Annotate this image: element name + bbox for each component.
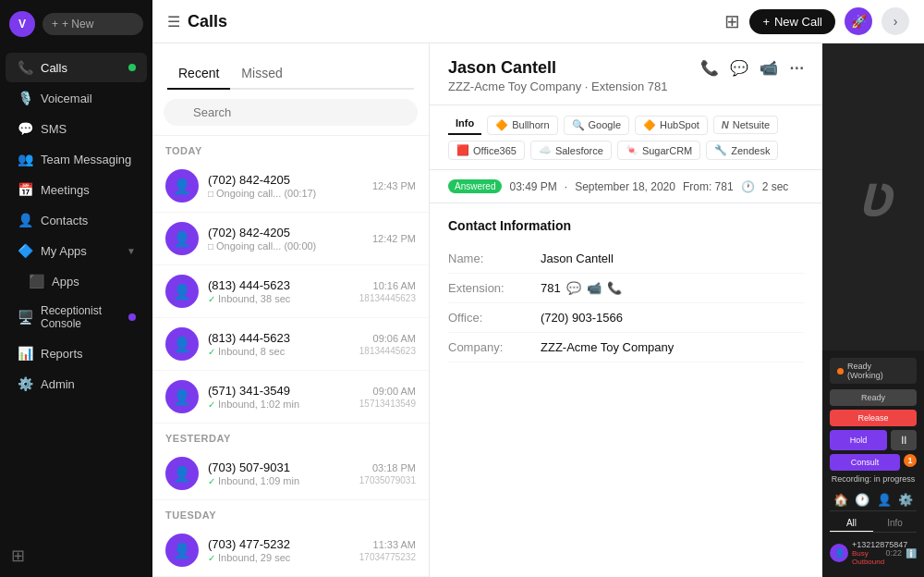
integration-zendesk[interactable]: 🔧 Zendesk — [706, 141, 778, 160]
sidebar-item-team-messaging[interactable]: 👥 Team Messaging — [6, 144, 147, 174]
phone-action-icon[interactable]: 📞 — [700, 59, 719, 77]
video-icon-ext[interactable]: 📹 — [587, 281, 602, 295]
section-label-today: TODAY — [152, 136, 429, 160]
call-item[interactable]: 👤 (571) 341-3549 ✓ Inbound, 1:02 min 09:… — [152, 371, 429, 424]
video-action-icon[interactable]: 📹 — [760, 59, 778, 77]
info-row-extension: Extension: 781 💬 📹 📞 — [448, 274, 804, 303]
calls-icon: 📞 — [17, 60, 33, 75]
release-button[interactable]: Release — [830, 410, 917, 426]
chat-icon-ext[interactable]: 💬 — [566, 281, 581, 295]
phone-buttons-row2: Release — [830, 410, 917, 426]
call-entry-avatar: 👤 — [830, 544, 848, 562]
apps-icon: ⬛ — [28, 274, 44, 288]
info-icon[interactable]: ℹ️ — [906, 548, 917, 559]
integration-hubspot[interactable]: 🔶 HubSpot — [635, 116, 708, 135]
rocket-icon: 🚀 — [851, 14, 867, 29]
sidebar: V + + New 📞 Calls 🎙️ Voicemail 💬 SMS 👥 T… — [0, 0, 152, 577]
phone-tab-all[interactable]: All — [830, 515, 873, 532]
contacts-nav-icon[interactable]: 👤 — [877, 493, 892, 507]
sidebar-item-my-apps[interactable]: 🔷 My Apps ▼ — [6, 236, 147, 265]
recording-label: Recording: in progress — [830, 474, 917, 484]
consult-badge: 1 — [904, 454, 917, 467]
call-item[interactable]: 👤 (702) 842-4205 □ Ongoing call... (00:1… — [152, 160, 429, 213]
integration-office365[interactable]: 🟥 Office365 — [448, 141, 525, 160]
search-input[interactable] — [164, 99, 418, 126]
call-item[interactable]: 👤 (703) 507-9031 ✓ Inbound, 1:09 min 03:… — [152, 448, 429, 500]
call-info: (813) 444-5623 ✓ Inbound, 8 sec — [208, 331, 350, 357]
integration-netsuite[interactable]: N Netsuite — [713, 116, 778, 134]
chevron-down-icon: ▼ — [127, 246, 136, 256]
avatar: 👤 — [165, 222, 199, 255]
avatar: 👤 — [165, 327, 199, 361]
hold-button[interactable]: Hold — [830, 430, 887, 450]
call-info: (702) 842-4205 □ Ongoing call... (00:00) — [208, 226, 363, 252]
call-duration: 2 sec — [762, 180, 789, 193]
info-row-company: Company: ZZZ-Acme Toy Company — [448, 333, 804, 362]
call-date: September 18, 2020 — [575, 180, 675, 193]
avatar: 👤 — [165, 275, 199, 308]
sidebar-item-calls[interactable]: 📞 Calls — [6, 53, 147, 82]
reports-icon: 📊 — [17, 346, 33, 361]
sidebar-item-voicemail[interactable]: 🎙️ Voicemail — [6, 83, 147, 113]
integration-google[interactable]: 🔍 Google — [564, 116, 629, 135]
home-icon[interactable]: 🏠 — [833, 493, 848, 507]
sidebar-item-sms[interactable]: 💬 SMS — [6, 114, 147, 143]
apps-grid-icon[interactable]: ⊞ — [11, 546, 141, 566]
call-item[interactable]: 👤 (702) 842-4205 □ Ongoing call... (00:0… — [152, 213, 429, 265]
section-label-tuesday: TUESDAY — [152, 500, 429, 524]
sidebar-item-reports[interactable]: 📊 Reports — [6, 338, 147, 368]
grid-view-button[interactable]: ⊞ — [724, 10, 740, 32]
phone-icon-ext[interactable]: 📞 — [607, 281, 622, 295]
phone-buttons-row3: Hold ⏸ — [830, 430, 917, 450]
sidebar-item-meetings[interactable]: 📅 Meetings — [6, 175, 147, 204]
call-item[interactable]: 👤 (703) 477-5232 ✓ Inbound, 29 sec 11:33… — [152, 524, 429, 577]
integration-salesforce[interactable]: ☁️ Salesforce — [530, 141, 612, 160]
menu-icon: ☰ — [167, 14, 180, 30]
meetings-icon: 📅 — [17, 182, 33, 197]
chat-action-icon[interactable]: 💬 — [730, 59, 748, 77]
pause-button[interactable]: ⏸ — [891, 430, 917, 450]
call-info: (813) 444-5623 ✓ Inbound, 38 sec — [208, 278, 350, 304]
phone-widget-logo-area: ʋ — [822, 43, 924, 350]
call-item[interactable]: 👤 (813) 444-5623 ✓ Inbound, 8 sec 09:06 … — [152, 318, 429, 371]
sidebar-item-contacts[interactable]: 👤 Contacts — [6, 205, 147, 235]
sidebar-item-apps[interactable]: ⬛ Apps — [6, 266, 147, 296]
call-info: (702) 842-4205 □ Ongoing call... (00:17) — [208, 173, 363, 199]
consult-button[interactable]: Consult — [830, 454, 900, 471]
chevron-right-button[interactable]: › — [881, 7, 909, 35]
rocket-button[interactable]: 🚀 — [845, 7, 872, 35]
integration-sugarcrm[interactable]: 🍬 SugarCRM — [617, 141, 700, 160]
call-info: (703) 477-5232 ✓ Inbound, 29 sec — [208, 537, 350, 563]
contact-name: Jason Cantell — [448, 58, 556, 78]
call-list-panel: Recent Missed 🔍 TODAY 👤 (702) 842-4205 □ — [152, 43, 430, 577]
settings-nav-icon[interactable]: ⚙️ — [898, 493, 913, 507]
integrations-row: Info 🔶 Bullhorn 🔍 Google 🔶 HubSpot N Net… — [430, 105, 822, 170]
page-title: Calls — [188, 12, 227, 31]
contact-subtitle: ZZZ-Acme Toy Company · Extension 781 — [448, 80, 804, 93]
tab-missed[interactable]: Missed — [230, 58, 293, 90]
integration-bullhorn[interactable]: 🔶 Bullhorn — [487, 116, 557, 135]
receptionist-console-dot — [128, 313, 136, 321]
tab-recent[interactable]: Recent — [167, 58, 230, 90]
new-call-button[interactable]: + New Call — [749, 9, 835, 34]
new-button[interactable]: + + New — [43, 13, 143, 35]
call-info: (703) 507-9031 ✓ Inbound, 1:09 min — [208, 460, 350, 486]
sidebar-item-receptionist-console[interactable]: 🖥️ Receptionist Console — [6, 297, 147, 338]
menu-button[interactable]: ☰ — [167, 13, 180, 31]
call-item[interactable]: 👤 (813) 444-5623 ✓ Inbound, 38 sec 10:16… — [152, 265, 429, 318]
more-actions-icon[interactable]: ⋯ — [789, 59, 804, 77]
phone-widget-controls: Ready (Working) Ready Release Hold ⏸ Con… — [822, 350, 924, 577]
contacts-icon: 👤 — [17, 213, 33, 227]
status-dot — [837, 368, 844, 374]
admin-icon: ⚙️ — [17, 376, 33, 391]
call-record: Answered 03:49 PM · September 18, 2020 F… — [430, 170, 822, 203]
ready-button[interactable]: Ready — [830, 389, 917, 406]
clock-nav-icon[interactable]: 🕐 — [855, 493, 869, 507]
clock-icon: 🕐 — [741, 180, 755, 193]
sidebar-item-admin[interactable]: ⚙️ Admin — [6, 369, 147, 399]
plus-icon: + — [762, 15, 770, 29]
logo: V — [9, 11, 35, 37]
phone-tab-info[interactable]: Info — [873, 515, 917, 532]
phone-nav: 🏠 🕐 👤 ⚙️ — [830, 489, 917, 511]
integration-info-tab[interactable]: Info — [448, 115, 481, 135]
